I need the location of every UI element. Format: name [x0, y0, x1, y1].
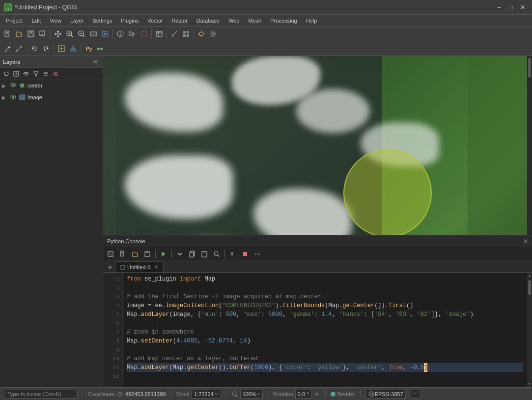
- console-scroll-thumb[interactable]: [528, 280, 531, 295]
- rotation-box[interactable]: 0.0 °: [295, 390, 311, 399]
- menu-edit[interactable]: Edit: [28, 17, 45, 25]
- layer-visibility-image[interactable]: [10, 94, 17, 101]
- console-scrollbar-vertical[interactable]: ▲ ▼: [527, 273, 532, 387]
- menu-layer[interactable]: Layer: [66, 17, 88, 25]
- menu-processing[interactable]: Processing: [266, 17, 301, 25]
- zoom-out-button[interactable]: [76, 29, 87, 39]
- svg-rect-31: [183, 34, 186, 37]
- add-vector-button[interactable]: [68, 43, 79, 54]
- measure-button[interactable]: [169, 29, 180, 39]
- scale-box[interactable]: 1:72224: [192, 390, 221, 399]
- zoom-layer-button[interactable]: [100, 29, 111, 39]
- redo-button[interactable]: [41, 43, 52, 54]
- console-scroll-up[interactable]: ▲: [528, 274, 532, 278]
- layers-toolbar: ✕: [91, 57, 100, 66]
- minimize-button[interactable]: –: [494, 2, 504, 13]
- epsg-badge[interactable]: EPSG:3857: [365, 390, 406, 399]
- zoom-in-button[interactable]: [64, 29, 75, 39]
- save-project-button[interactable]: [26, 29, 36, 39]
- console-more-button[interactable]: [252, 249, 263, 259]
- open-project-button[interactable]: [14, 29, 25, 39]
- select-button[interactable]: [127, 29, 138, 39]
- svg-point-94: [118, 392, 122, 396]
- svg-point-99: [232, 392, 236, 396]
- edit-button[interactable]: [2, 43, 13, 54]
- svg-line-85: [218, 255, 219, 257]
- maximize-button[interactable]: □: [505, 2, 516, 13]
- status-sep-6: [360, 390, 361, 398]
- console-new-file-button[interactable]: [117, 249, 128, 259]
- console-close-button[interactable]: ✕: [523, 238, 528, 245]
- console-clear-button[interactable]: [105, 249, 116, 259]
- svg-rect-78: [146, 252, 148, 253]
- console-add-tab-button[interactable]: [105, 262, 115, 272]
- magnifier-icon: [231, 391, 238, 398]
- console-tab-name: Untitled-0: [127, 264, 150, 270]
- layer-item-image[interactable]: ▶ image: [0, 91, 103, 103]
- menu-plugins[interactable]: Plugins: [117, 17, 142, 25]
- cursor: ): [424, 363, 427, 372]
- magnifier-box[interactable]: 100%: [240, 390, 263, 399]
- python-icon[interactable]: Py: [83, 43, 94, 54]
- open-attribute-button[interactable]: [154, 29, 165, 39]
- main-area: Layers ✕: [0, 56, 532, 387]
- console-scroll-down[interactable]: ▼: [528, 382, 532, 386]
- console-search-button[interactable]: [211, 249, 222, 259]
- console-save-file-button[interactable]: [142, 249, 153, 259]
- toggle-visibility-button[interactable]: [22, 69, 30, 78]
- svg-text:Q: Q: [6, 5, 9, 10]
- menu-database[interactable]: Database: [193, 17, 224, 25]
- console-comment-button[interactable]: #: [227, 249, 238, 259]
- console-arrow-button[interactable]: [174, 249, 185, 259]
- filter-layer-button[interactable]: [31, 69, 40, 78]
- deselect-button[interactable]: [139, 29, 149, 39]
- identify-button[interactable]: i: [115, 29, 126, 39]
- close-button[interactable]: ✕: [517, 2, 528, 13]
- svg-rect-7: [29, 34, 33, 36]
- map-scrollbar-v-thumb[interactable]: [528, 58, 531, 78]
- expand-all-button[interactable]: [41, 69, 50, 78]
- kw-import: import: [180, 275, 201, 284]
- layer-item-center[interactable]: ▶ center: [0, 80, 103, 91]
- save-as-button[interactable]: [37, 29, 48, 39]
- console-tab-close[interactable]: ✕: [154, 264, 158, 270]
- console-open-file-button[interactable]: [130, 249, 140, 259]
- statusbar-more-button[interactable]: ⋯: [411, 390, 420, 399]
- pan-map-button[interactable]: [53, 29, 63, 39]
- menu-help[interactable]: Help: [302, 17, 321, 25]
- menu-settings[interactable]: Settings: [88, 17, 116, 25]
- code-line-9: [127, 345, 523, 354]
- digitize2-button[interactable]: [14, 43, 25, 54]
- locate-input[interactable]: Type to locate (Ctrl+K): [4, 390, 78, 399]
- toolbar-row-2: Py: [0, 41, 532, 56]
- code-editor[interactable]: from ee_plugin import Map # add the firs…: [123, 273, 527, 387]
- layers-close-button[interactable]: ✕: [91, 57, 100, 66]
- digitize-button[interactable]: [196, 29, 207, 39]
- plugins-button[interactable]: [181, 29, 192, 39]
- console-stop-button[interactable]: [240, 249, 251, 259]
- console-tab-untitled[interactable]: Untitled-0 ✕: [115, 261, 164, 272]
- layer-visibility-center[interactable]: [10, 82, 17, 89]
- zoom-full-button[interactable]: [88, 29, 99, 39]
- menu-vector[interactable]: Vector: [143, 17, 167, 25]
- menu-view[interactable]: View: [46, 17, 65, 25]
- console-copy-button[interactable]: [187, 249, 197, 259]
- console-run-button[interactable]: [158, 249, 169, 259]
- console-paste-button[interactable]: [199, 249, 210, 259]
- menu-web[interactable]: Web: [224, 17, 243, 25]
- code-line-4: image = ee. ImageCollection ( "COPERNICU…: [127, 301, 523, 310]
- new-project-button[interactable]: [2, 29, 13, 39]
- open-layer-styling-button[interactable]: [2, 69, 11, 78]
- menu-project[interactable]: Project: [2, 17, 27, 25]
- line-num-5: 5: [103, 310, 122, 319]
- menu-mesh[interactable]: Mesh: [244, 17, 265, 25]
- add-raster-button[interactable]: [56, 43, 67, 54]
- add-layer-button[interactable]: [12, 69, 21, 78]
- svg-rect-6: [29, 31, 32, 33]
- settings-button[interactable]: [208, 29, 219, 39]
- remove-layer-button[interactable]: [51, 69, 60, 78]
- undo-button[interactable]: [29, 43, 40, 54]
- ee-plugin-button[interactable]: [95, 43, 106, 54]
- code-line-12: [127, 372, 523, 381]
- menu-raster[interactable]: Raster: [168, 17, 191, 25]
